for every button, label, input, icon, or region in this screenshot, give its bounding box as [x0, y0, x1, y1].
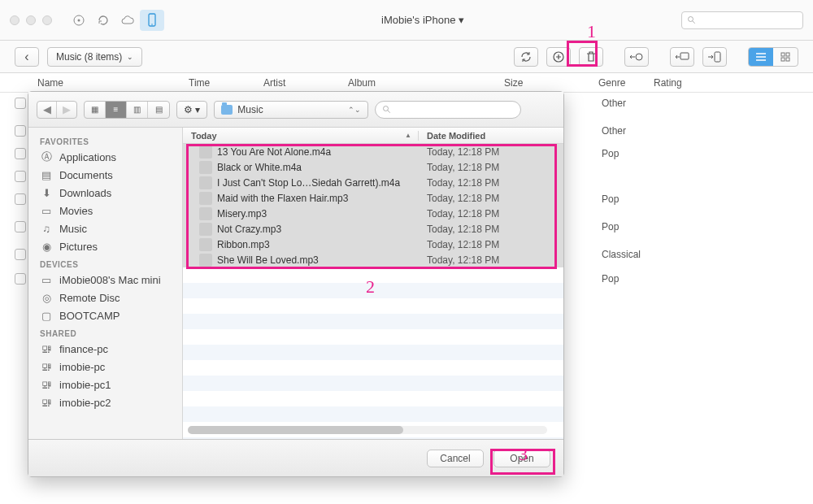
col-artist[interactable]: Artist	[263, 77, 348, 89]
sidebar-item[interactable]: 🖳imobie-pc2	[28, 393, 182, 411]
to-mac-button[interactable]	[670, 47, 694, 67]
row-checkbox[interactable]	[15, 98, 26, 109]
picker-gear-menu[interactable]: ⚙︎ ▾	[176, 101, 207, 119]
doc-icon: ▤	[40, 168, 53, 181]
sidebar-item[interactable]: ♫Music	[28, 219, 182, 237]
picker-list-view[interactable]: ≡	[106, 102, 127, 118]
picker-search-input[interactable]	[375, 101, 521, 119]
cloud-tab-icon[interactable]	[115, 10, 140, 31]
row-checkbox[interactable]	[15, 193, 26, 205]
back-button[interactable]: ‹	[15, 47, 39, 67]
empty-row	[183, 329, 563, 345]
sidebar-item-label: Music	[59, 223, 87, 235]
row-genre: Classical	[602, 249, 641, 260]
col-name[interactable]: Name	[37, 77, 189, 89]
picker-icon-view[interactable]: ▦	[85, 102, 106, 118]
to-itunes-button[interactable]	[624, 47, 649, 67]
svg-line-15	[388, 110, 390, 112]
file-icon	[199, 207, 212, 220]
picker-column-view[interactable]: ▥	[127, 102, 148, 118]
sidebar-item[interactable]: ⬇Downloads	[28, 184, 182, 202]
sidebar-item-label: Movies	[59, 205, 93, 217]
file-date: Today, 12:18 PM	[419, 224, 563, 235]
row-checkbox[interactable]	[15, 273, 26, 285]
pc-icon: 🖳	[40, 378, 53, 391]
file-row[interactable]: I Just Can't Stop Lo…Siedah Garrett).m4a…	[183, 175, 563, 190]
sidebar-item[interactable]: 🖳finance-pc	[28, 340, 182, 358]
sidebar-item[interactable]: ▭Movies	[28, 202, 182, 219]
file-row[interactable]: She Will Be Loved.mp3Today, 12:18 PM	[183, 252, 563, 267]
picker-coverflow-view[interactable]: ▤	[148, 102, 169, 118]
close-dot[interactable]	[10, 15, 20, 25]
sidebar-item-label: Documents	[59, 169, 113, 181]
hd-icon: ▢	[40, 309, 53, 322]
picker-col-modified[interactable]: Date Modified	[419, 131, 563, 141]
file-icon	[199, 146, 212, 159]
music-tab-icon[interactable]	[67, 10, 91, 31]
picker-folder-select[interactable]: Music ⌃⌄	[214, 101, 368, 119]
delete-button[interactable]	[579, 47, 603, 67]
sidebar-item[interactable]: ◎Remote Disc	[28, 289, 182, 306]
sidebar-item[interactable]: ⒶApplications	[28, 148, 182, 166]
sidebar-item[interactable]: 🖳imobie-pc1	[28, 376, 182, 393]
row-checkbox[interactable]	[15, 148, 26, 159]
sidebar-item-label: imobie-pc2	[59, 397, 111, 409]
pc-icon: 🖳	[40, 360, 53, 373]
search-icon	[687, 15, 697, 25]
annotation-2: 2	[366, 276, 375, 298]
device-title[interactable]: iMobie's iPhone ▾	[164, 14, 681, 26]
row-checkbox[interactable]	[15, 125, 26, 137]
col-time[interactable]: Time	[189, 77, 263, 89]
empty-row	[183, 314, 563, 329]
col-genre[interactable]: Genre	[598, 77, 654, 89]
row-genre: Pop	[602, 148, 619, 159]
file-name: I Just Can't Stop Lo…Siedah Garrett).m4a	[217, 177, 419, 189]
sidebar-item[interactable]: 🖳imobie-pc	[28, 358, 182, 376]
add-button[interactable]	[546, 47, 571, 67]
file-row[interactable]: Black or White.m4aToday, 12:18 PM	[183, 159, 563, 175]
grid-view-button[interactable]	[773, 48, 798, 66]
picker-col-today[interactable]: Today ▲	[183, 131, 419, 141]
minimize-dot[interactable]	[26, 15, 36, 25]
picker-forward-button[interactable]: ▶	[57, 102, 76, 118]
chevron-updown-icon: ⌄	[127, 53, 133, 61]
device-tab-icon[interactable]	[140, 10, 164, 31]
breadcrumb-select[interactable]: Music (8 items) ⌄	[47, 47, 142, 67]
sync-button[interactable]	[514, 47, 538, 67]
file-date: Today, 12:18 PM	[419, 193, 563, 204]
file-row[interactable]: 13 You Are Not Alone.m4aToday, 12:18 PM	[183, 144, 563, 159]
picker-back-button[interactable]: ◀	[37, 102, 57, 118]
row-checkbox[interactable]	[15, 249, 26, 260]
file-row[interactable]: Maid with the Flaxen Hair.mp3Today, 12:1…	[183, 190, 563, 206]
svg-rect-8	[680, 53, 689, 59]
col-size[interactable]: Size	[504, 77, 598, 89]
search-input[interactable]	[681, 11, 803, 29]
list-view-button[interactable]	[749, 48, 773, 66]
horizontal-scrollbar[interactable]	[188, 426, 547, 434]
file-row[interactable]: Not Crazy.mp3Today, 12:18 PM	[183, 221, 563, 237]
sidebar-item-label: iMobie008's Mac mini	[59, 274, 161, 286]
refresh-tab-icon[interactable]	[91, 10, 115, 31]
zoom-dot[interactable]	[42, 15, 52, 25]
row-genre: Other	[602, 125, 626, 137]
sidebar-item[interactable]: ▢BOOTCAMP	[28, 306, 182, 324]
picker-toolbar: ◀ ▶ ▦ ≡ ▥ ▤ ⚙︎ ▾ Music ⌃⌄	[28, 92, 563, 128]
pc-icon: 🖳	[40, 342, 53, 355]
cancel-button[interactable]: Cancel	[427, 450, 484, 467]
row-checkbox[interactable]	[15, 171, 26, 182]
mac-icon: ▭	[40, 273, 53, 286]
svg-rect-9	[715, 52, 720, 62]
to-device-button[interactable]	[702, 47, 727, 67]
file-row[interactable]: Misery.mp3Today, 12:18 PM	[183, 206, 563, 221]
file-row[interactable]: Ribbon.mp3Today, 12:18 PM	[183, 237, 563, 252]
file-date: Today, 12:18 PM	[419, 146, 563, 158]
sidebar-item[interactable]: ▤Documents	[28, 166, 182, 184]
col-album[interactable]: Album	[348, 77, 504, 89]
col-rating[interactable]: Rating	[654, 77, 813, 89]
row-genre: Pop	[602, 273, 619, 285]
sidebar-item[interactable]: ◉Pictures	[28, 237, 182, 255]
svg-rect-13	[786, 58, 789, 61]
sidebar-item[interactable]: ▭iMobie008's Mac mini	[28, 271, 182, 289]
row-checkbox[interactable]	[15, 221, 26, 232]
scrollbar-thumb[interactable]	[188, 426, 403, 434]
